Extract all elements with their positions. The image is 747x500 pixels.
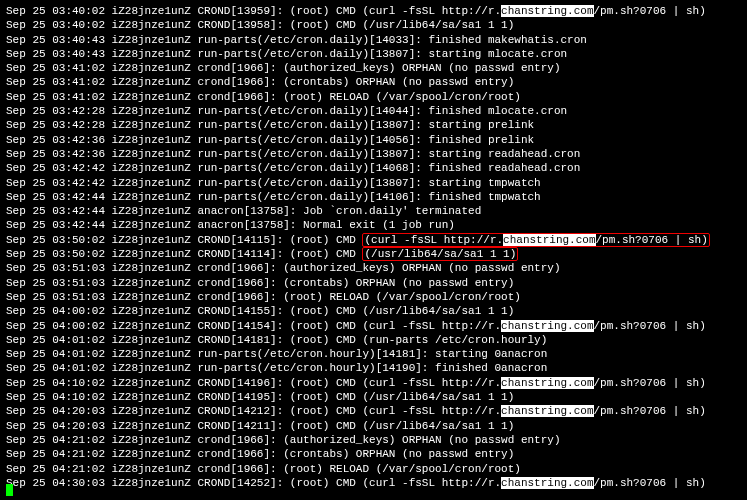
log-line: Sep 25 04:01:02 iZ28jnze1unZ run-parts(/… (6, 361, 741, 375)
terminal-cursor (6, 484, 13, 496)
log-line: Sep 25 03:51:03 iZ28jnze1unZ crond[1966]… (6, 261, 741, 275)
highlight-text: chanstring.com (501, 5, 593, 17)
log-line: Sep 25 04:20:03 iZ28jnze1unZ CROND[14212… (6, 404, 741, 418)
log-line: Sep 25 03:42:44 iZ28jnze1unZ run-parts(/… (6, 190, 741, 204)
log-line: Sep 25 04:21:02 iZ28jnze1unZ crond[1966]… (6, 433, 741, 447)
log-line: Sep 25 03:42:36 iZ28jnze1unZ run-parts(/… (6, 133, 741, 147)
highlight-text: chanstring.com (501, 320, 593, 332)
log-line: Sep 25 03:40:43 iZ28jnze1unZ run-parts(/… (6, 33, 741, 47)
log-line: Sep 25 03:40:43 iZ28jnze1unZ run-parts(/… (6, 47, 741, 61)
log-line: Sep 25 04:10:02 iZ28jnze1unZ CROND[14195… (6, 390, 741, 404)
log-line: Sep 25 03:41:02 iZ28jnze1unZ crond[1966]… (6, 61, 741, 75)
log-line: Sep 25 03:51:03 iZ28jnze1unZ crond[1966]… (6, 276, 741, 290)
log-line: Sep 25 04:01:02 iZ28jnze1unZ run-parts(/… (6, 347, 741, 361)
log-line: Sep 25 03:50:02 iZ28jnze1unZ CROND[14114… (6, 247, 741, 261)
log-line: Sep 25 03:41:02 iZ28jnze1unZ crond[1966]… (6, 90, 741, 104)
log-line: Sep 25 04:01:02 iZ28jnze1unZ CROND[14181… (6, 333, 741, 347)
highlight-text: chanstring.com (501, 405, 593, 417)
log-line: Sep 25 04:00:02 iZ28jnze1unZ CROND[14154… (6, 319, 741, 333)
log-line: Sep 25 03:41:02 iZ28jnze1unZ crond[1966]… (6, 75, 741, 89)
log-line: Sep 25 04:30:03 iZ28jnze1unZ CROND[14252… (6, 476, 741, 490)
log-line: Sep 25 04:21:02 iZ28jnze1unZ crond[1966]… (6, 447, 741, 461)
log-line: Sep 25 03:40:02 iZ28jnze1unZ CROND[13959… (6, 4, 741, 18)
highlight-text: chanstring.com (501, 477, 593, 489)
log-line: Sep 25 03:42:42 iZ28jnze1unZ run-parts(/… (6, 176, 741, 190)
log-line: Sep 25 04:00:02 iZ28jnze1unZ CROND[14155… (6, 304, 741, 318)
log-line: Sep 25 03:51:03 iZ28jnze1unZ crond[1966]… (6, 290, 741, 304)
log-line: Sep 25 04:21:02 iZ28jnze1unZ crond[1966]… (6, 462, 741, 476)
log-line: Sep 25 03:42:28 iZ28jnze1unZ run-parts(/… (6, 104, 741, 118)
log-line: Sep 25 03:42:28 iZ28jnze1unZ run-parts(/… (6, 118, 741, 132)
log-line: Sep 25 04:10:02 iZ28jnze1unZ CROND[14196… (6, 376, 741, 390)
terminal-output: Sep 25 03:40:02 iZ28jnze1unZ CROND[13959… (6, 4, 741, 490)
log-line: Sep 25 03:42:44 iZ28jnze1unZ anacron[137… (6, 218, 741, 232)
highlight-text: chanstring.com (503, 234, 595, 246)
log-line: Sep 25 03:42:42 iZ28jnze1unZ run-parts(/… (6, 161, 741, 175)
log-line: Sep 25 03:42:36 iZ28jnze1unZ run-parts(/… (6, 147, 741, 161)
log-line: Sep 25 03:50:02 iZ28jnze1unZ CROND[14115… (6, 233, 741, 247)
annotation-box: (curl -fsSL http://r.chanstring.com/pm.s… (362, 233, 709, 247)
log-line: Sep 25 04:20:03 iZ28jnze1unZ CROND[14211… (6, 419, 741, 433)
annotation-box: (/usr/lib64/sa/sa1 1 1) (362, 247, 518, 261)
log-line: Sep 25 03:40:02 iZ28jnze1unZ CROND[13958… (6, 18, 741, 32)
highlight-text: chanstring.com (501, 377, 593, 389)
log-line: Sep 25 03:42:44 iZ28jnze1unZ anacron[137… (6, 204, 741, 218)
